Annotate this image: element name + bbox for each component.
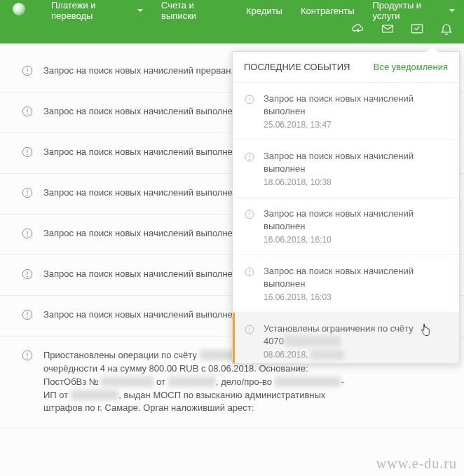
info-icon	[244, 322, 255, 360]
svg-point-13	[27, 195, 28, 196]
row-text: Запрос на поиск новых начислений выполне…	[43, 308, 249, 322]
svg-point-7	[27, 114, 28, 114]
cursor-pointer-icon	[419, 322, 432, 340]
notification-item[interactable]: Запрос на поиск новых начислений выполне…	[233, 83, 459, 140]
logo[interactable]	[13, 3, 25, 18]
event-body: Запрос на поиск новых начислений выполне…	[264, 208, 448, 245]
event-time: 25.06.2018, 13:47	[264, 120, 448, 130]
event-body: Запрос на поиск новых начислений выполне…	[264, 150, 448, 187]
chevron-down-icon	[137, 9, 143, 12]
info-icon	[21, 105, 34, 120]
event-time: 18.06.2018, 10:38	[264, 177, 448, 187]
event-body: Запрос на поиск новых начислений выполне…	[264, 93, 448, 130]
svg-point-19	[27, 276, 28, 277]
nav-item-2[interactable]: Кредиты	[237, 6, 292, 16]
all-notifications-link[interactable]: Все уведомления	[374, 62, 448, 72]
row-text: Запрос на поиск новых начислений выполне…	[43, 146, 249, 159]
svg-point-37	[250, 274, 250, 275]
info-icon	[21, 308, 34, 323]
event-title: Запрос на поиск новых начислений выполне…	[264, 208, 448, 232]
svg-rect-0	[383, 25, 393, 32]
svg-point-40	[250, 332, 250, 332]
popup-header: ПОСЛЕДНИЕ СОБЫТИЯ Все уведомления	[233, 52, 459, 83]
row-text: Запрос на поиск новых начислений выполне…	[43, 105, 249, 118]
popup-title: ПОСЛЕДНИЕ СОБЫТИЯ	[244, 62, 350, 72]
info-icon	[244, 265, 255, 302]
bell-icon[interactable]	[439, 22, 453, 38]
nav-item-4[interactable]: Продукты и услуги	[364, 0, 464, 21]
event-time: 08.06.2018, xx	[264, 350, 448, 360]
svg-point-28	[250, 102, 250, 102]
row-text: Запрос на поиск новых начислений выполне…	[43, 186, 249, 200]
nav-item-0[interactable]: Платежи и переводы	[42, 0, 152, 21]
mail-icon[interactable]	[381, 22, 395, 38]
info-icon	[244, 150, 255, 187]
event-title: Запрос на поиск новых начислений выполне…	[264, 265, 448, 290]
event-time: 16.06.2018, 16:03	[264, 292, 448, 302]
notifications-popup: ПОСЛЕДНИЕ СОБЫТИЯ Все уведомления Запрос…	[232, 51, 460, 364]
svg-point-10	[27, 154, 28, 155]
nav-item-3[interactable]: Контрагенты	[292, 6, 364, 16]
row-text: Запрос на поиск новых начислений выполне…	[43, 227, 249, 240]
info-icon	[21, 268, 34, 283]
watermark: www.e-du.ru	[376, 456, 457, 472]
info-icon	[21, 349, 34, 364]
app-header: Платежи и переводы Счета и выпискиКредит…	[0, 0, 464, 43]
notification-item[interactable]: Запрос на поиск новых начислений выполне…	[233, 140, 459, 198]
nav-item-1[interactable]: Счета и выписки	[152, 0, 237, 21]
info-icon	[21, 64, 34, 79]
info-icon	[21, 146, 34, 161]
cloud-download-icon[interactable]	[351, 22, 365, 38]
svg-point-4	[27, 73, 28, 74]
notification-item[interactable]: Запрос на поиск новых начислений выполне…	[233, 255, 459, 313]
svg-point-31	[250, 159, 250, 160]
event-body: Запрос на поиск новых начислений выполне…	[264, 265, 448, 302]
event-title: Запрос на поиск новых начислений выполне…	[264, 150, 448, 175]
info-icon	[21, 186, 34, 201]
popup-body[interactable]: Запрос на поиск новых начислений выполне…	[233, 83, 459, 363]
svg-point-22	[27, 317, 28, 318]
header-icons	[351, 22, 453, 38]
event-time: 16.06.2018, 16:10	[264, 235, 448, 245]
inbox-check-icon[interactable]	[410, 22, 424, 38]
svg-point-25	[27, 358, 28, 358]
info-icon	[21, 227, 34, 242]
main-nav: Платежи и переводы Счета и выпискиКредит…	[42, 0, 464, 21]
info-icon	[244, 208, 255, 245]
row-text: Запрос на поиск новых начислений выполне…	[43, 268, 249, 281]
notification-item[interactable]: Запрос на поиск новых начислений выполне…	[233, 198, 459, 255]
svg-point-34	[250, 217, 250, 217]
chevron-down-icon	[449, 9, 455, 12]
svg-point-16	[27, 236, 28, 236]
row-text: Запрос на поиск новых начислений прерван…	[43, 64, 247, 78]
info-icon	[244, 93, 255, 130]
event-title: Запрос на поиск новых начислений выполне…	[264, 93, 448, 117]
